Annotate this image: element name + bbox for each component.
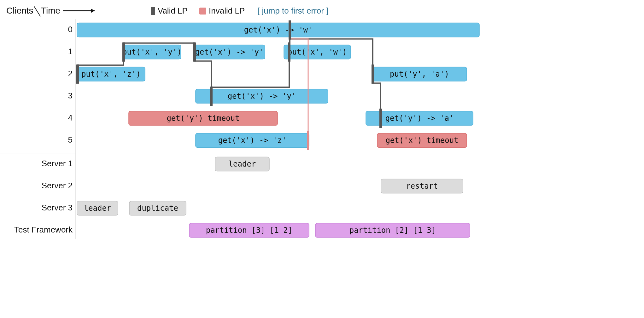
client-row-label: 5 — [68, 135, 73, 144]
client-op-bar[interactable] — [123, 45, 181, 59]
client-op-bar[interactable] — [377, 133, 467, 148]
server-op-bar[interactable] — [189, 223, 309, 238]
server-row-label: Test Framework — [14, 225, 73, 234]
client-op-bar[interactable] — [194, 45, 265, 59]
client-row-label: 1 — [68, 47, 73, 56]
server-op-bar[interactable] — [381, 179, 463, 193]
server-row-label: Server 3 — [42, 203, 73, 212]
client-op-bar[interactable] — [372, 67, 467, 81]
client-op-bar[interactable] — [77, 23, 479, 37]
axis-clients-label: Clients — [6, 6, 33, 15]
client-row-label: 3 — [68, 91, 73, 100]
legend-valid-swatch — [151, 7, 155, 15]
client-op-bar[interactable] — [196, 133, 309, 148]
client-ops: get('x') -> 'w'put('x', 'y')get('x') -> … — [77, 23, 479, 148]
lp-invalid-path — [290, 21, 308, 150]
legend-valid-label: Valid LP — [158, 6, 188, 15]
client-op-bar[interactable] — [129, 111, 278, 126]
legend-invalid-swatch — [199, 8, 206, 15]
server-op-bar[interactable] — [77, 201, 118, 215]
client-row-label: 0 — [68, 25, 73, 34]
server-op-bar[interactable] — [315, 223, 470, 238]
client-row-label: 2 — [68, 69, 73, 78]
header: ClientsTimeValid LPInvalid LP[ jump to f… — [6, 6, 328, 16]
server-row-label: Server 1 — [42, 159, 73, 168]
time-arrow-head — [91, 9, 95, 13]
server-row-label: Server 2 — [42, 181, 73, 190]
client-row-label: 4 — [68, 113, 73, 122]
legend-invalid-label: Invalid LP — [209, 6, 245, 15]
server-op-bar[interactable] — [129, 201, 186, 215]
server-ops: leaderrestartleaderduplicatepartition [3… — [77, 157, 470, 238]
axis-separator — [34, 6, 40, 16]
client-op-bar[interactable] — [284, 45, 351, 59]
server-op-bar[interactable] — [215, 157, 269, 171]
jump-to-first-error-link[interactable]: [ jump to first error ] — [257, 6, 328, 15]
client-op-bar[interactable] — [77, 67, 145, 81]
lp-ticks — [78, 21, 381, 150]
axis-time-label: Time — [41, 6, 60, 15]
linearizability-timeline: ClientsTimeValid LPInvalid LP[ jump to f… — [0, 0, 644, 318]
